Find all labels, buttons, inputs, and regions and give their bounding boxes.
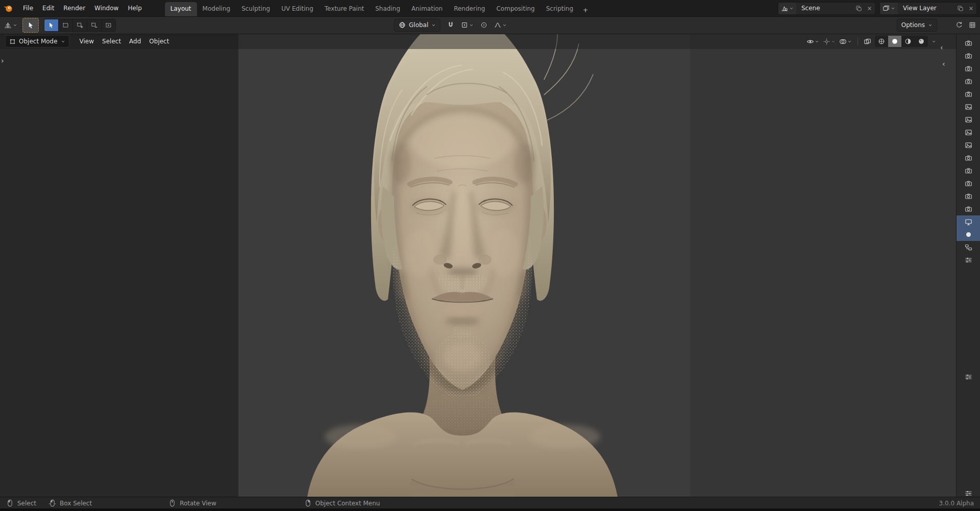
proportional-falloff-dropdown[interactable] <box>494 19 507 31</box>
outliner-row-sphere[interactable] <box>957 228 980 241</box>
transform-orientation-dropdown[interactable]: Global <box>394 19 440 32</box>
proportional-editing-toggle[interactable] <box>478 19 490 31</box>
outliner-row-screen[interactable] <box>957 215 980 228</box>
sidebar-expand-arrow-2[interactable] <box>942 60 945 67</box>
magnet-icon <box>447 21 454 29</box>
version-label: 3.0.0 Alpha <box>939 500 974 507</box>
outliner-row-camera[interactable] <box>957 177 980 190</box>
scene-copy-button[interactable] <box>853 3 864 14</box>
select-mode-new[interactable] <box>59 19 73 31</box>
shading-settings-chevron-icon[interactable] <box>932 39 936 44</box>
blender-logo-icon[interactable] <box>4 4 13 13</box>
outliner-row-image[interactable] <box>957 101 980 113</box>
outliner-row-nodes[interactable] <box>957 241 980 254</box>
mouse-r-icon <box>304 499 312 507</box>
tab-compositing[interactable]: Compositing <box>491 2 540 16</box>
outliner-row-camera[interactable] <box>957 37 980 50</box>
tab-modeling[interactable]: Modeling <box>197 2 236 16</box>
menu-file[interactable]: File <box>18 2 38 14</box>
scene-icon <box>781 5 788 12</box>
copy-icon <box>855 5 862 12</box>
grid-icon[interactable] <box>969 21 976 29</box>
select-mode-subtract[interactable] <box>87 19 102 31</box>
outliner-row-camera[interactable] <box>957 88 980 101</box>
status-bar: SelectBox SelectRotate ViewObject Contex… <box>0 497 980 509</box>
outliner-row-camera[interactable] <box>957 50 980 62</box>
menu-window[interactable]: Window <box>90 2 123 14</box>
chevron-down-icon <box>431 23 436 28</box>
view-layer-browse-button[interactable] <box>880 3 898 14</box>
refresh-icon[interactable] <box>955 21 963 29</box>
sphere-icon <box>965 231 972 238</box>
box-subtract-icon <box>91 22 97 29</box>
snap-settings-dropdown[interactable] <box>461 19 474 31</box>
show-overlays-dropdown[interactable] <box>839 38 852 45</box>
scene-name[interactable]: Scene <box>796 5 853 12</box>
tab-scripting[interactable]: Scripting <box>541 2 579 16</box>
snap-toggle[interactable] <box>445 19 457 31</box>
tab-sculpting[interactable]: Sculpting <box>236 2 276 16</box>
mouse-l-icon <box>6 499 14 507</box>
add-workspace-button[interactable]: + <box>579 4 592 16</box>
menu-edit[interactable]: Edit <box>38 2 59 14</box>
scene-unlink-button[interactable] <box>864 3 875 14</box>
options-dropdown[interactable]: Options <box>897 19 937 32</box>
outliner-row-image[interactable] <box>957 113 980 126</box>
view-layer-remove-button[interactable] <box>966 3 976 14</box>
tab-animation[interactable]: Animation <box>406 2 448 16</box>
shading-solid[interactable] <box>888 36 901 47</box>
chevron-down-icon <box>831 39 836 44</box>
shading-material-preview[interactable] <box>901 36 915 47</box>
select-mode-extend[interactable] <box>73 19 87 31</box>
tab-uv-editing[interactable]: UV Editing <box>276 2 319 16</box>
camera-icon <box>965 154 972 162</box>
screen-icon <box>965 218 972 226</box>
tab-layout[interactable]: Layout <box>165 2 197 16</box>
shading-wireframe[interactable] <box>875 36 888 47</box>
rendered-sphere-icon <box>918 38 925 45</box>
editor-type-button[interactable] <box>4 19 17 31</box>
viewport-menu-add[interactable]: Add <box>125 36 145 47</box>
outliner-row-camera[interactable] <box>957 203 980 215</box>
tab-texture-paint[interactable]: Texture Paint <box>319 2 370 16</box>
outliner-row-camera[interactable] <box>957 62 980 75</box>
outliner-row-camera[interactable] <box>957 152 980 164</box>
topbar: FileEditRenderWindowHelp LayoutModelingS… <box>0 0 980 17</box>
viewport-menu-select[interactable]: Select <box>98 36 125 47</box>
viewport-3d[interactable]: Object Mode ViewSelectAddObject <box>0 34 957 497</box>
shading-rendered[interactable] <box>915 36 928 47</box>
outliner-row-camera[interactable] <box>957 190 980 203</box>
scene-browse-button[interactable] <box>778 3 796 14</box>
show-gizmo-dropdown[interactable] <box>823 38 836 45</box>
menu-help[interactable]: Help <box>123 2 146 14</box>
chevron-down-icon <box>891 6 895 11</box>
toolbar-expand-arrow[interactable] <box>1 57 4 64</box>
outliner-row-image[interactable] <box>957 126 980 139</box>
falloff-curve-icon <box>494 21 501 29</box>
active-tool-select-box[interactable] <box>22 18 39 33</box>
view-layer-copy-button[interactable] <box>955 3 966 14</box>
viewport-menu-object[interactable]: Object <box>145 36 173 47</box>
menu-render[interactable]: Render <box>59 2 90 14</box>
hint-label: Select <box>17 500 36 507</box>
viewport-menu-view[interactable]: View <box>76 36 98 47</box>
select-mode-intersect[interactable] <box>102 19 115 31</box>
viewport-menus: ViewSelectAddObject <box>76 36 174 47</box>
view-layer-name[interactable]: View Layer <box>898 5 955 12</box>
outliner-row-sliders[interactable] <box>957 371 980 383</box>
outliner-row-sliders[interactable] <box>957 254 980 266</box>
xray-toggle[interactable] <box>864 38 871 45</box>
select-mode-tweak[interactable] <box>44 19 59 31</box>
outliner-row-camera[interactable] <box>957 75 980 88</box>
viewport-backdrop-left <box>0 34 238 497</box>
object-visibility-dropdown[interactable] <box>806 38 819 45</box>
camera-icon <box>965 52 972 60</box>
mode-dropdown[interactable]: Object Mode <box>5 35 69 47</box>
image-icon <box>965 103 972 111</box>
sidebar-expand-arrow[interactable] <box>940 44 943 51</box>
outliner-row-camera[interactable] <box>957 164 980 177</box>
outliner-row-image[interactable] <box>957 139 980 152</box>
tab-shading[interactable]: Shading <box>370 2 406 16</box>
cursor-icon <box>48 22 55 29</box>
tab-rendering[interactable]: Rendering <box>448 2 491 16</box>
